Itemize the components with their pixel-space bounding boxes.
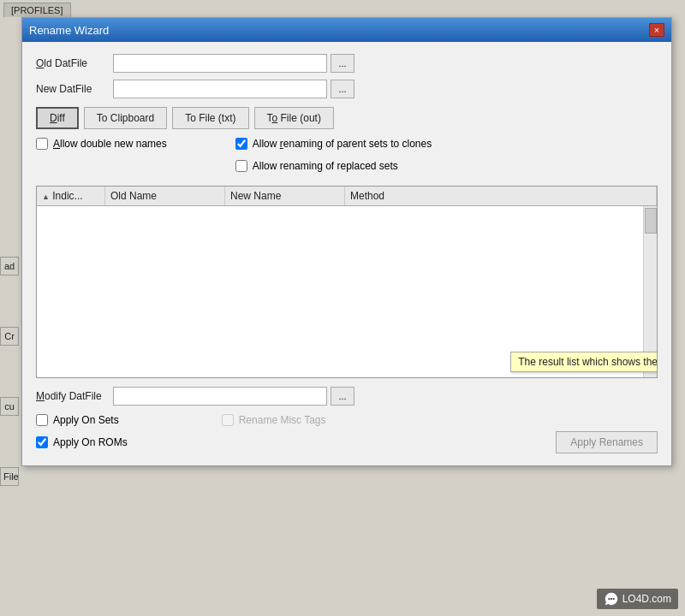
rename-misc-tags-label: Rename Misc Tags	[239, 414, 326, 426]
profiles-tab[interactable]: [PROFILES]	[3, 3, 71, 17]
side-label-cu: cu	[0, 397, 19, 416]
col-new-name: New Name	[225, 187, 345, 205]
app-topbar: [PROFILES]	[0, 0, 685, 19]
table-tooltip: The result list which shows the	[510, 352, 657, 372]
side-label-ad: ad	[0, 257, 19, 275]
new-datfile-row: New DatFile ...	[36, 80, 658, 98]
dialog-titlebar: Rename Wizard ×	[22, 18, 671, 42]
col-method: Method	[345, 187, 657, 205]
result-table: ▲ Indic... Old Name New Name Method The …	[36, 186, 658, 378]
allow-double-names-row: Allow double new names	[36, 138, 167, 150]
bottom-options-wrap: Apply On Sets Apply On ROMs Rename Misc …	[36, 414, 658, 453]
allow-renaming-replaced-label: Allow renaming of replaced sets	[253, 160, 398, 172]
rename-misc-tags-checkbox[interactable]	[222, 414, 234, 426]
rename-misc-tags-row: Rename Misc Tags	[222, 414, 326, 426]
modify-datfile-input[interactable]	[113, 387, 327, 406]
table-body[interactable]: The result list which shows the	[37, 206, 657, 377]
to-clipboard-button[interactable]: To Clipboard	[84, 107, 167, 129]
watermark-icon	[604, 591, 619, 607]
side-label-cr: Cr	[0, 327, 19, 346]
apply-on-roms-checkbox[interactable]	[36, 436, 48, 448]
sort-arrow-icon: ▲	[42, 192, 50, 201]
bottom-right-options: Rename Misc Tags	[222, 414, 326, 431]
apply-on-sets-label: Apply On Sets	[53, 414, 119, 426]
dialog-title: Rename Wizard	[29, 24, 109, 37]
bottom-options: Apply On Sets Apply On ROMs Rename Misc …	[36, 414, 326, 453]
allow-double-names-label: Allow double new names	[53, 138, 167, 150]
apply-on-sets-checkbox[interactable]	[36, 414, 48, 426]
allow-double-names-checkbox[interactable]	[36, 138, 48, 150]
apply-on-roms-row: Apply On ROMs	[36, 436, 128, 448]
dialog-body: Old DatFile ... New DatFile ... Diff To …	[22, 42, 671, 465]
new-datfile-label: New DatFile	[36, 83, 113, 95]
old-datfile-input[interactable]	[113, 54, 327, 73]
diff-button[interactable]: Diff	[36, 107, 79, 129]
apply-renames-button[interactable]: Apply Renames	[556, 431, 658, 453]
close-button[interactable]: ×	[649, 23, 664, 37]
side-label-file: File	[0, 467, 19, 486]
bottom-left-options: Apply On Sets Apply On ROMs	[36, 414, 128, 453]
allow-renaming-parent-row: Allow renaming of parent sets to clones	[235, 138, 432, 150]
action-buttons: Diff To Clipboard To File (txt) To File …	[36, 107, 658, 129]
old-datfile-browse-button[interactable]: ...	[331, 54, 354, 73]
rename-wizard-dialog: Rename Wizard × Old DatFile ... New DatF…	[21, 17, 672, 466]
svg-point-0	[608, 598, 610, 600]
old-datfile-label: Old DatFile	[36, 57, 113, 69]
side-labels: ad Cr cu File	[0, 257, 19, 486]
svg-point-1	[611, 598, 612, 600]
options-right: Allow renaming of parent sets to clones …	[235, 138, 432, 177]
bottom-section: Modify DatFile ... Apply On Sets Ap	[36, 387, 658, 453]
col-indicator: ▲ Indic...	[37, 187, 105, 205]
allow-renaming-parent-checkbox[interactable]	[235, 138, 247, 150]
modify-datfile-label: Modify DatFile	[36, 390, 113, 402]
new-datfile-input[interactable]	[113, 80, 327, 98]
to-file-txt-button[interactable]: To File (txt)	[172, 107, 248, 129]
to-file-out-button[interactable]: To File (out)	[254, 107, 334, 129]
options-left: Allow double new names	[36, 138, 167, 177]
old-datfile-row: Old DatFile ...	[36, 54, 658, 73]
new-datfile-browse-button[interactable]: ...	[331, 80, 354, 98]
watermark-text: LO4D.com	[622, 593, 671, 605]
svg-point-2	[612, 598, 614, 600]
allow-renaming-replaced-row: Allow renaming of replaced sets	[235, 160, 432, 172]
allow-renaming-replaced-checkbox[interactable]	[235, 160, 247, 172]
options-section: Allow double new names Allow renaming of…	[36, 138, 658, 177]
watermark: LO4D.com	[597, 589, 678, 609]
apply-on-roms-label: Apply On ROMs	[53, 436, 128, 448]
col-old-name: Old Name	[105, 187, 225, 205]
apply-on-sets-row: Apply On Sets	[36, 414, 128, 426]
modify-datfile-browse-button[interactable]: ...	[331, 387, 354, 406]
scrollbar-thumb[interactable]	[645, 208, 657, 234]
allow-renaming-parent-label: Allow renaming of parent sets to clones	[253, 138, 432, 150]
table-header: ▲ Indic... Old Name New Name Method	[37, 187, 657, 206]
modify-datfile-row: Modify DatFile ...	[36, 387, 658, 406]
